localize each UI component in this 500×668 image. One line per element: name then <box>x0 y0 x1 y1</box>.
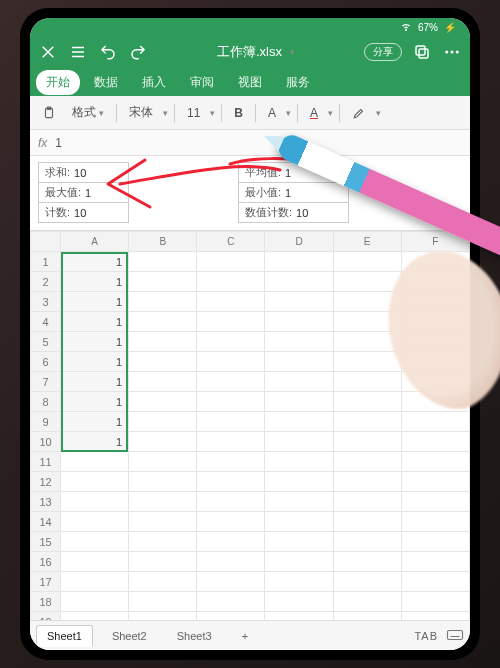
row-header[interactable]: 9 <box>31 412 61 432</box>
cell[interactable] <box>61 572 129 592</box>
cell[interactable]: 1 <box>61 332 129 352</box>
row-header[interactable]: 4 <box>31 312 61 332</box>
cell[interactable] <box>197 552 265 572</box>
cell[interactable] <box>129 412 197 432</box>
cell[interactable] <box>61 552 129 572</box>
row-header[interactable]: 13 <box>31 492 61 512</box>
cell[interactable] <box>333 612 401 621</box>
cell[interactable] <box>265 292 333 312</box>
cell[interactable] <box>333 252 401 272</box>
cell[interactable] <box>333 272 401 292</box>
undo-icon[interactable] <box>98 42 118 62</box>
cell[interactable] <box>129 612 197 621</box>
cell[interactable] <box>129 292 197 312</box>
copy-icon[interactable] <box>412 42 432 62</box>
cell[interactable] <box>129 352 197 372</box>
row-header[interactable]: 12 <box>31 472 61 492</box>
filename-caret-icon[interactable]: ▾ <box>290 47 295 57</box>
format-button[interactable]: 格式 ▾ <box>66 100 110 125</box>
cell[interactable] <box>333 532 401 552</box>
cell[interactable] <box>401 592 469 612</box>
redo-icon[interactable] <box>128 42 148 62</box>
cell[interactable]: 1 <box>61 352 129 372</box>
clipboard-icon[interactable] <box>36 102 62 124</box>
cell[interactable] <box>333 512 401 532</box>
row-header[interactable]: 11 <box>31 452 61 472</box>
cell[interactable] <box>265 532 333 552</box>
cell[interactable] <box>333 592 401 612</box>
cell[interactable]: 1 <box>61 292 129 312</box>
sheet-tab-1[interactable]: Sheet1 <box>36 625 93 647</box>
cell[interactable] <box>129 472 197 492</box>
cell[interactable] <box>129 332 197 352</box>
sheet-tab-2[interactable]: Sheet2 <box>101 625 158 647</box>
cell[interactable] <box>265 352 333 372</box>
formula-bar[interactable]: fx 1 <box>30 130 470 156</box>
row-header[interactable]: 10 <box>31 432 61 452</box>
cell[interactable] <box>333 372 401 392</box>
cell[interactable] <box>401 412 469 432</box>
cell[interactable] <box>197 612 265 621</box>
add-sheet-button[interactable]: + <box>231 625 259 647</box>
cell[interactable] <box>333 392 401 412</box>
cell[interactable] <box>197 472 265 492</box>
cell[interactable] <box>197 312 265 332</box>
cell[interactable] <box>197 352 265 372</box>
cell[interactable] <box>197 272 265 292</box>
col-header[interactable]: B <box>129 232 197 252</box>
col-header[interactable]: A <box>61 232 129 252</box>
bold-button[interactable]: B <box>228 102 249 124</box>
menu-icon[interactable] <box>68 42 88 62</box>
cell[interactable] <box>401 452 469 472</box>
cell[interactable] <box>265 452 333 472</box>
row-header[interactable]: 3 <box>31 292 61 312</box>
cell[interactable] <box>265 592 333 612</box>
row-header[interactable]: 1 <box>31 252 61 272</box>
font-size-a-button[interactable]: A <box>262 102 282 124</box>
font-color-button[interactable]: A <box>304 102 324 124</box>
cell[interactable] <box>129 312 197 332</box>
cell[interactable] <box>401 572 469 592</box>
cell[interactable]: 1 <box>61 312 129 332</box>
cell[interactable] <box>333 412 401 432</box>
cell[interactable] <box>265 492 333 512</box>
col-header[interactable]: D <box>265 232 333 252</box>
col-header[interactable]: E <box>333 232 401 252</box>
font-size[interactable]: 11 <box>181 102 206 124</box>
cell[interactable] <box>265 412 333 432</box>
cell[interactable] <box>129 272 197 292</box>
cell[interactable] <box>401 472 469 492</box>
cell[interactable]: 1 <box>61 392 129 412</box>
row-header[interactable]: 2 <box>31 272 61 292</box>
cell[interactable] <box>265 272 333 292</box>
cell[interactable] <box>333 352 401 372</box>
cell[interactable] <box>197 452 265 472</box>
tab-view[interactable]: 视图 <box>228 70 272 95</box>
tab-review[interactable]: 审阅 <box>180 70 224 95</box>
row-header[interactable]: 7 <box>31 372 61 392</box>
cell[interactable] <box>129 552 197 572</box>
cell[interactable] <box>61 592 129 612</box>
cell[interactable] <box>401 512 469 532</box>
cell[interactable] <box>197 292 265 312</box>
cell[interactable] <box>129 492 197 512</box>
corner-cell[interactable] <box>31 232 61 252</box>
cell[interactable] <box>265 392 333 412</box>
cell[interactable] <box>265 372 333 392</box>
row-header[interactable]: 19 <box>31 612 61 621</box>
cell[interactable]: 1 <box>61 372 129 392</box>
cell[interactable] <box>129 252 197 272</box>
filename[interactable]: 工作簿.xlsx <box>217 43 282 61</box>
col-header[interactable]: C <box>197 232 265 252</box>
cell[interactable] <box>265 552 333 572</box>
cell[interactable] <box>197 412 265 432</box>
cell[interactable] <box>401 432 469 452</box>
cell[interactable] <box>197 492 265 512</box>
cell[interactable] <box>265 312 333 332</box>
cell[interactable] <box>401 492 469 512</box>
cell[interactable] <box>265 612 333 621</box>
cell[interactable] <box>265 512 333 532</box>
cell[interactable] <box>129 372 197 392</box>
cell[interactable] <box>333 472 401 492</box>
cell[interactable] <box>265 252 333 272</box>
